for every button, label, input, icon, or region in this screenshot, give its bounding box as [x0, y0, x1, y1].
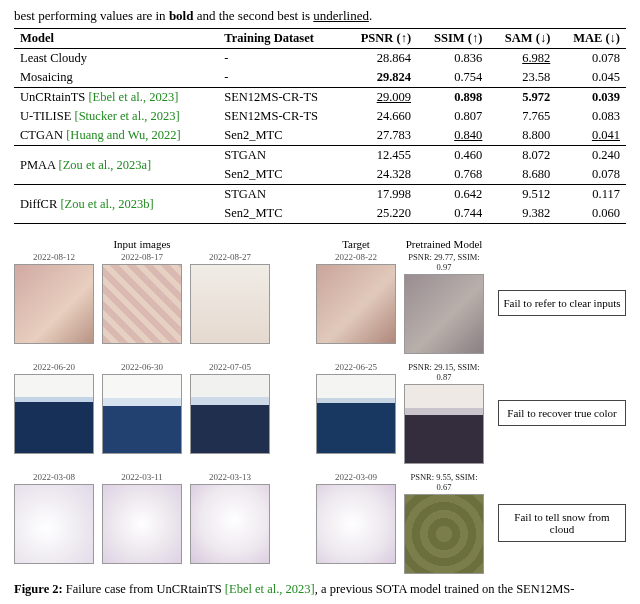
header-pretrained: Pretrained Model — [404, 238, 484, 250]
caption-intro: best performing values are in bold and t… — [14, 8, 626, 24]
cell-mae: 0.041 — [556, 126, 626, 146]
citation-link[interactable]: [Zou et al., 2023a] — [59, 158, 152, 172]
cell-psnr: 24.328 — [343, 165, 417, 185]
cell-psnr: 12.455 — [343, 146, 417, 166]
cell-psnr: 29.824 — [343, 68, 417, 88]
pred-tile: PSNR: 29.77, SSIM: 0.97 — [404, 252, 484, 354]
date-label: 2022-08-17 — [102, 252, 182, 262]
table-row: Mosaicing -29.8240.75423.580.045 — [14, 68, 626, 88]
col-psnr: PSNR (↑) — [343, 29, 417, 49]
col-mae: MAE (↓) — [556, 29, 626, 49]
input-tile: 2022-07-05 — [190, 362, 270, 454]
citation-link[interactable]: [Ebel et al., 2023] — [88, 90, 178, 104]
input-image — [14, 264, 94, 344]
pred-image — [404, 494, 484, 574]
cell-model: PMAA [Zou et al., 2023a] — [14, 146, 218, 185]
cell-ssim: 0.807 — [417, 107, 488, 126]
cell-psnr: 24.660 — [343, 107, 417, 126]
results-table: Model Training Dataset PSNR (↑) SSIM (↑)… — [14, 28, 626, 224]
citation-link[interactable]: [Stucker et al., 2023] — [75, 109, 180, 123]
table-row: Least Cloudy -28.8640.8366.9820.078 — [14, 49, 626, 69]
cell-model: CTGAN [Huang and Wu, 2022] — [14, 126, 218, 146]
cell-mae: 0.240 — [556, 146, 626, 166]
input-tile: 2022-03-11 — [102, 472, 182, 564]
citation-link[interactable]: [Zou et al., 2023b] — [60, 197, 153, 211]
figure: Input images Target Pretrained Model 202… — [14, 238, 626, 597]
figure-row: 2022-08-12 2022-08-17 2022-08-27 2022-08… — [14, 252, 626, 354]
table-row: PMAA [Zou et al., 2023a]STGAN12.4550.460… — [14, 146, 626, 166]
date-label: 2022-08-27 — [190, 252, 270, 262]
input-tile: 2022-08-17 — [102, 252, 182, 344]
cell-mae: 0.078 — [556, 49, 626, 69]
cell-ssim: 0.744 — [417, 204, 488, 224]
input-image — [190, 374, 270, 454]
failure-note: Fail to tell snow from cloud — [498, 504, 626, 542]
cell-psnr: 29.009 — [343, 88, 417, 108]
cell-sam: 6.982 — [488, 49, 556, 69]
cell-mae: 0.045 — [556, 68, 626, 88]
cell-sam: 8.800 — [488, 126, 556, 146]
table-row: DiffCR [Zou et al., 2023b]STGAN17.9980.6… — [14, 185, 626, 205]
cell-dataset: STGAN — [218, 185, 343, 205]
failure-note: Fail to refer to clear inputs — [498, 290, 626, 316]
date-label: 2022-03-13 — [190, 472, 270, 482]
cell-sam: 8.680 — [488, 165, 556, 185]
cell-sam: 9.512 — [488, 185, 556, 205]
input-image — [190, 484, 270, 564]
cell-ssim: 0.460 — [417, 146, 488, 166]
cell-dataset: STGAN — [218, 146, 343, 166]
cell-dataset: Sen2_MTC — [218, 126, 343, 146]
cell-mae: 0.039 — [556, 88, 626, 108]
date-label: 2022-08-22 — [316, 252, 396, 262]
date-label: 2022-03-11 — [102, 472, 182, 482]
input-tile: 2022-06-30 — [102, 362, 182, 454]
cell-ssim: 0.768 — [417, 165, 488, 185]
table-row: UnCRtainTS [Ebel et al., 2023]SEN12MS-CR… — [14, 88, 626, 108]
cell-dataset: SEN12MS-CR-TS — [218, 107, 343, 126]
cell-dataset: SEN12MS-CR-TS — [218, 88, 343, 108]
cell-ssim: 0.840 — [417, 126, 488, 146]
cell-sam: 5.972 — [488, 88, 556, 108]
date-label: 2022-06-20 — [14, 362, 94, 372]
target-image — [316, 374, 396, 454]
metric-label: PSNR: 29.15, SSIM: 0.87 — [404, 362, 484, 382]
cell-model: U-TILISE [Stucker et al., 2023] — [14, 107, 218, 126]
cell-mae: 0.083 — [556, 107, 626, 126]
target-tile: 2022-03-09 — [316, 472, 396, 564]
input-tile: 2022-03-08 — [14, 472, 94, 564]
header-target: Target — [316, 238, 396, 250]
table-row: CTGAN [Huang and Wu, 2022]Sen2_MTC27.783… — [14, 126, 626, 146]
input-tile: 2022-03-13 — [190, 472, 270, 564]
date-label: 2022-08-12 — [14, 252, 94, 262]
date-label: 2022-03-08 — [14, 472, 94, 482]
target-tile: 2022-06-25 — [316, 362, 396, 454]
citation-link[interactable]: [Huang and Wu, 2022] — [66, 128, 181, 142]
input-image — [102, 264, 182, 344]
cell-model: Least Cloudy — [14, 49, 218, 69]
input-tile: 2022-06-20 — [14, 362, 94, 454]
input-tile: 2022-08-27 — [190, 252, 270, 344]
pred-tile: PSNR: 9.55, SSIM: 0.67 — [404, 472, 484, 574]
pred-image — [404, 274, 484, 354]
cell-ssim: 0.754 — [417, 68, 488, 88]
figure-caption: Figure 2: Failure case from UnCRtainTS [… — [14, 582, 626, 597]
col-ssim: SSIM (↑) — [417, 29, 488, 49]
input-image — [14, 374, 94, 454]
cell-sam: 9.382 — [488, 204, 556, 224]
input-tile: 2022-08-12 — [14, 252, 94, 344]
cell-sam: 7.765 — [488, 107, 556, 126]
figure-row: 2022-06-20 2022-06-30 2022-07-05 2022-06… — [14, 362, 626, 464]
cell-model: Mosaicing — [14, 68, 218, 88]
input-image — [102, 374, 182, 454]
metric-label: PSNR: 9.55, SSIM: 0.67 — [404, 472, 484, 492]
cell-mae: 0.078 — [556, 165, 626, 185]
pred-tile: PSNR: 29.15, SSIM: 0.87 — [404, 362, 484, 464]
input-image — [102, 484, 182, 564]
cell-psnr: 27.783 — [343, 126, 417, 146]
table-row: U-TILISE [Stucker et al., 2023]SEN12MS-C… — [14, 107, 626, 126]
cell-ssim: 0.836 — [417, 49, 488, 69]
date-label: 2022-07-05 — [190, 362, 270, 372]
cell-sam: 8.072 — [488, 146, 556, 166]
date-label: 2022-06-30 — [102, 362, 182, 372]
cell-mae: 0.060 — [556, 204, 626, 224]
